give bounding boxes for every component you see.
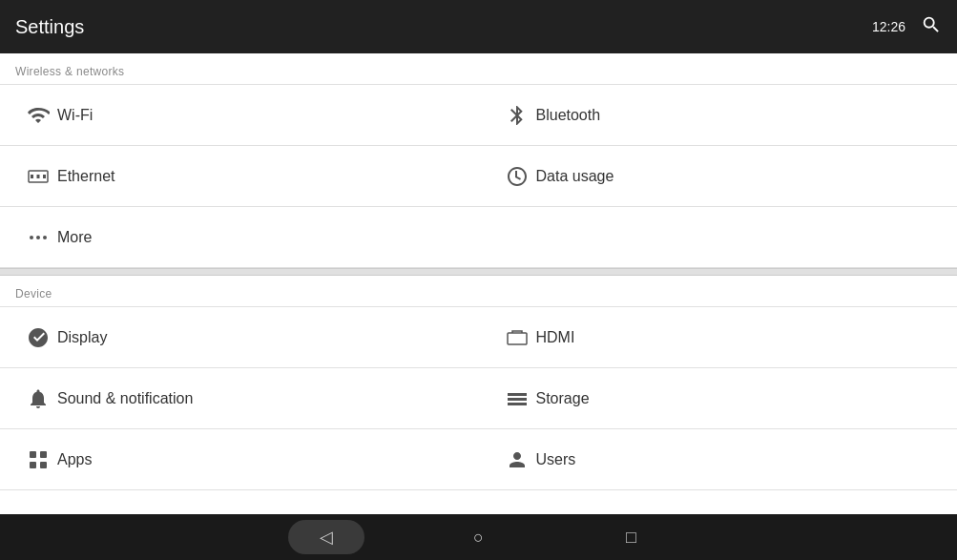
- svg-point-6: [43, 236, 47, 239]
- settings-item-sound[interactable]: Sound & notification: [0, 368, 479, 429]
- ethernet-icon: [19, 165, 57, 188]
- hdmi-label: HDMI: [536, 329, 575, 346]
- hdmi-icon: [498, 326, 536, 349]
- status-time: 12:26: [872, 19, 905, 34]
- apps-icon: [19, 448, 57, 471]
- recents-icon: □: [626, 528, 636, 548]
- storage-icon: [498, 387, 536, 410]
- bluetooth-icon: [498, 104, 536, 127]
- users-label: Users: [536, 451, 576, 468]
- svg-rect-10: [30, 462, 36, 468]
- section-header-device: Device: [0, 276, 957, 306]
- svg-rect-1: [31, 175, 33, 178]
- svg-rect-3: [43, 175, 46, 178]
- settings-item-display[interactable]: Display: [0, 307, 479, 368]
- top-bar-actions: 12:26: [872, 14, 942, 40]
- settings-item-data-usage[interactable]: Data usage: [479, 146, 958, 207]
- settings-item-more[interactable]: More: [0, 207, 479, 268]
- page-title: Settings: [15, 16, 84, 38]
- data-usage-label: Data usage: [536, 168, 614, 185]
- settings-item-storage[interactable]: Storage: [479, 368, 958, 429]
- svg-rect-9: [40, 451, 47, 458]
- users-icon: [498, 448, 536, 471]
- apps-label: Apps: [57, 451, 92, 468]
- storage-label: Storage: [536, 390, 590, 407]
- settings-item-wifi[interactable]: Wi-Fi: [0, 85, 479, 146]
- section-header-wireless: Wireless & networks: [0, 53, 957, 84]
- home-button[interactable]: ○: [441, 520, 517, 554]
- search-icon[interactable]: [921, 14, 942, 40]
- svg-point-5: [36, 236, 40, 239]
- more-label: More: [57, 229, 92, 246]
- svg-point-4: [30, 236, 33, 239]
- wifi-label: Wi-Fi: [57, 107, 93, 124]
- settings-item-bluetooth[interactable]: Bluetooth: [479, 85, 958, 146]
- recents-button[interactable]: □: [593, 520, 670, 554]
- svg-rect-8: [30, 451, 36, 458]
- device-grid: Display HDMI Sound & notification: [0, 306, 957, 490]
- display-icon: [19, 326, 57, 349]
- bluetooth-label: Bluetooth: [536, 107, 601, 124]
- settings-item-users[interactable]: Users: [479, 429, 958, 490]
- ethernet-label: Ethernet: [57, 168, 114, 185]
- home-icon: ○: [473, 528, 484, 548]
- settings-item-hdmi[interactable]: HDMI: [479, 307, 958, 368]
- bottom-nav-bar: ◁ ○ □: [0, 514, 957, 560]
- settings-content: Wireless & networks Wi-Fi Bluetooth: [0, 53, 957, 514]
- svg-rect-7: [508, 333, 527, 344]
- data-usage-icon: [498, 165, 536, 188]
- more-icon: [19, 226, 57, 249]
- wifi-icon: [19, 104, 57, 127]
- back-button[interactable]: ◁: [288, 520, 364, 554]
- back-icon: ◁: [320, 527, 333, 548]
- settings-item-ethernet[interactable]: Ethernet: [0, 146, 479, 207]
- top-bar: Settings 12:26: [0, 0, 957, 53]
- sound-icon: [19, 387, 57, 410]
- empty-cell-wireless: [479, 207, 958, 268]
- display-label: Display: [57, 329, 107, 346]
- section-divider: [0, 268, 957, 276]
- wireless-grid: Wi-Fi Bluetooth Ethernet: [0, 84, 957, 268]
- svg-rect-11: [40, 462, 47, 468]
- sound-label: Sound & notification: [57, 390, 193, 407]
- svg-rect-2: [37, 175, 40, 178]
- settings-item-apps[interactable]: Apps: [0, 429, 479, 490]
